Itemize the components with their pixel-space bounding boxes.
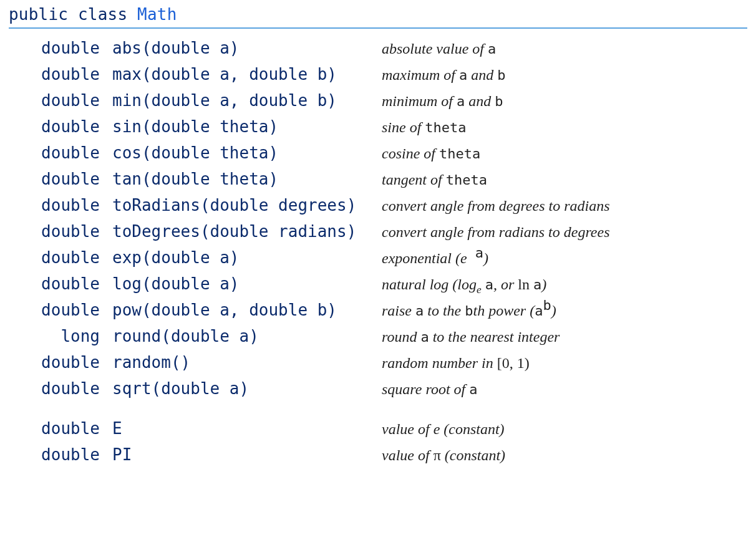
return-type: double [32, 196, 100, 215]
return-type: long [32, 327, 100, 345]
method-description: cosine of theta [382, 145, 480, 162]
header-prefix: public class [9, 5, 137, 24]
api-row: longround(double a)round a to the neares… [9, 323, 747, 349]
api-row: doublesin(double theta)sine of theta [9, 113, 747, 140]
signature: sin(double theta) [100, 117, 382, 136]
signature: tan(double theta) [100, 170, 382, 188]
constants-list: doubleEvalue of e (constant)doublePIvalu… [9, 415, 747, 468]
api-row: doublemax(double a, double b)maximum of … [9, 61, 747, 87]
return-type: double [32, 379, 100, 398]
api-doc-page: public class Math doubleabs(double a)abs… [0, 0, 756, 480]
return-type: double [32, 117, 100, 136]
method-description: tangent of theta [382, 171, 487, 188]
signature: min(double a, double b) [100, 91, 382, 110]
return-type: double [32, 445, 100, 464]
return-type: double [32, 353, 100, 372]
method-description: natural log (loge a, or ln a) [382, 276, 546, 293]
api-row: doubletoRadians(double degrees)convert a… [9, 192, 747, 218]
api-row: doublepow(double a, double b)raise a to … [9, 297, 747, 323]
api-row: doubleEvalue of e (constant) [9, 415, 747, 442]
class-header: public class Math [9, 5, 747, 29]
method-description: convert angle from radians to degrees [382, 224, 610, 241]
api-row: doublePIvalue of π (constant) [9, 442, 747, 468]
api-row: doubleexp(double a)exponential (e a) [9, 244, 747, 271]
return-type: double [32, 91, 100, 110]
signature: toRadians(double degrees) [100, 196, 382, 215]
api-row: doubleabs(double a)absolute value of a [9, 35, 747, 61]
signature: toDegrees(double radians) [100, 222, 382, 241]
method-description: minimum of a and b [382, 93, 503, 110]
method-description: sine of theta [382, 119, 467, 136]
return-type: double [32, 39, 100, 57]
signature: PI [100, 445, 382, 464]
method-description: exponential (e a) [382, 250, 488, 267]
signature: random() [100, 353, 382, 372]
return-type: double [32, 419, 100, 438]
class-name-link[interactable]: Math [137, 5, 177, 24]
signature: cos(double theta) [100, 143, 382, 162]
method-description: value of e (constant) [382, 421, 505, 438]
return-type: double [32, 222, 100, 241]
method-description: square root of a [382, 381, 477, 398]
return-type: double [32, 170, 100, 188]
signature: log(double a) [100, 274, 382, 293]
signature: pow(double a, double b) [100, 301, 382, 319]
method-description: round a to the nearest integer [382, 329, 560, 345]
method-description: value of π (constant) [382, 447, 505, 464]
api-row: doublemin(double a, double b)minimum of … [9, 87, 747, 113]
method-description: raise a to the bth power (ab) [382, 302, 556, 319]
method-description: absolute value of a [382, 41, 496, 57]
return-type: double [32, 248, 100, 267]
api-row: doublesqrt(double a)square root of a [9, 375, 747, 402]
return-type: double [32, 65, 100, 84]
api-row: doublerandom()random number in [0, 1) [9, 349, 747, 375]
methods-list: doubleabs(double a)absolute value of ado… [9, 35, 747, 402]
api-row: doublecos(double theta)cosine of theta [9, 140, 747, 166]
method-description: convert angle from degrees to radians [382, 198, 610, 215]
signature: exp(double a) [100, 248, 382, 267]
return-type: double [32, 274, 100, 293]
api-row: doubletan(double theta)tangent of theta [9, 166, 747, 192]
signature: sqrt(double a) [100, 379, 382, 398]
signature: E [100, 419, 382, 438]
signature: max(double a, double b) [100, 65, 382, 84]
method-description: random number in [0, 1) [382, 355, 530, 372]
section-gap [9, 402, 747, 415]
method-description: maximum of a and b [382, 67, 505, 84]
signature: round(double a) [100, 327, 382, 345]
api-row: doublelog(double a)natural log (loge a, … [9, 271, 747, 297]
return-type: double [32, 301, 100, 319]
return-type: double [32, 143, 100, 162]
api-row: doubletoDegrees(double radians)convert a… [9, 218, 747, 244]
signature: abs(double a) [100, 39, 382, 57]
